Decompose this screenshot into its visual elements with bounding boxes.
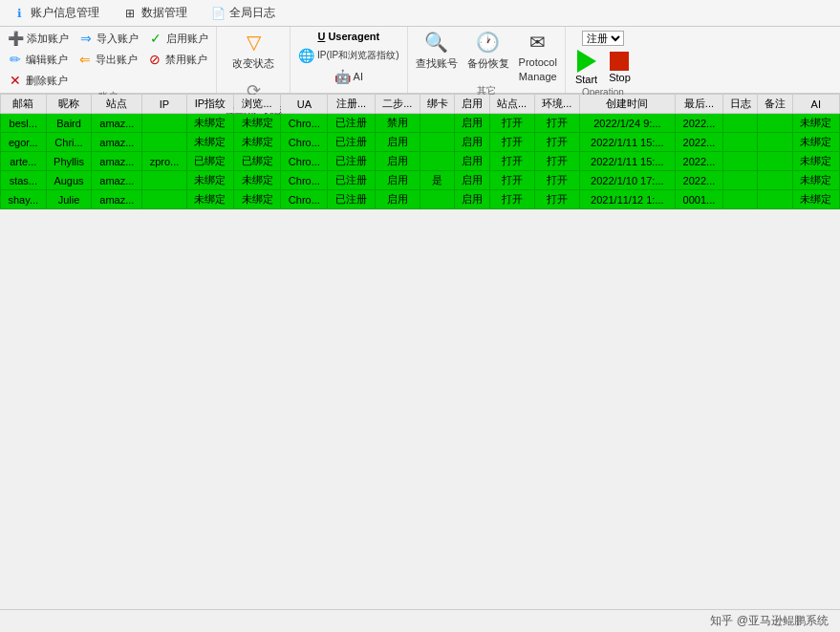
table-cell: 启用 <box>455 190 489 209</box>
table-cell: amaz... <box>92 133 142 152</box>
table-row[interactable]: shay...Julieamaz...未绑定未绑定Chro...已注册启用启用打… <box>1 190 840 209</box>
edit-account-label: 编辑账户 <box>26 53 68 67</box>
protocol-manage-button[interactable]: ✉ Protocol Manage <box>515 29 561 84</box>
table-cell <box>758 114 792 133</box>
table-cell: amaz... <box>92 152 142 171</box>
ip-browser-button[interactable]: 🌐 IP(IP和浏览器指纹) <box>294 46 403 65</box>
table-cell: Chro... <box>281 190 328 209</box>
table-cell: 已注册 <box>328 133 375 152</box>
table-cell <box>722 152 757 171</box>
nav-account-mgmt[interactable]: ℹ 账户信息管理 <box>8 3 103 23</box>
col-register: 注册... <box>328 95 375 114</box>
export-account-button[interactable]: ⇐ 导出账户 <box>74 50 141 69</box>
operation-dropdown[interactable]: 注册 登录 其他 <box>582 31 624 46</box>
table-cell: 未绑定 <box>233 190 280 209</box>
col-create-time: 创建时间 <box>579 95 675 114</box>
table-cell: 启用 <box>375 152 420 171</box>
table-cell: 未绑定 <box>186 171 233 190</box>
table-cell <box>420 133 454 152</box>
table-cell: 2022... <box>675 171 722 190</box>
export-icon: ⇐ <box>77 52 93 67</box>
table-cell <box>722 114 757 133</box>
table-cell: arte... <box>1 152 47 171</box>
table-cell: 已注册 <box>328 171 375 190</box>
table-cell: 未绑定 <box>186 190 233 209</box>
backup-restore-label: 备份恢复 <box>467 56 509 71</box>
enable-account-button[interactable]: ✓ 启用账户 <box>144 29 212 48</box>
bottom-bar-text: 知乎 @亚马逊鲲鹏系统 <box>710 613 829 629</box>
table-cell: 打开 <box>534 152 579 171</box>
table-cell: 2022/1/10 17:... <box>579 171 675 190</box>
table-body: besl...Bairdamaz...未绑定未绑定Chro...已注册禁用启用打… <box>1 114 840 209</box>
import-account-button[interactable]: ⇒ 导入账户 <box>75 29 142 48</box>
table-cell: 是 <box>420 171 454 190</box>
table-cell: 启用 <box>455 171 489 190</box>
ai-button[interactable]: 🤖 AI <box>294 67 403 86</box>
table-cell: 2022/1/24 9:... <box>579 114 675 133</box>
table-cell: Chro... <box>281 152 328 171</box>
table-cell: Chro... <box>281 171 328 190</box>
table-cell: Chri... <box>46 133 92 152</box>
col-ip-fingerprint: IP指纹 <box>186 95 233 114</box>
table-row[interactable]: arte...Phyllisamaz...zpro...已绑定已绑定Chro..… <box>1 152 840 171</box>
table-row[interactable]: stas...Augusamaz...未绑定未绑定Chro...已注册启用是启用… <box>1 171 840 190</box>
table-row[interactable]: besl...Bairdamaz...未绑定未绑定Chro...已注册禁用启用打… <box>1 114 840 133</box>
stop-button[interactable]: Stop <box>605 50 635 85</box>
search-account-button[interactable]: 🔍 查找账号 <box>412 29 462 84</box>
nav-data-mgmt[interactable]: ⊞ 数据管理 <box>118 3 191 23</box>
disable-account-label: 禁用账户 <box>165 53 207 67</box>
table-cell <box>420 114 454 133</box>
search-account-label: 查找账号 <box>416 56 458 71</box>
start-button[interactable]: Start <box>571 48 601 87</box>
account-table-container[interactable]: 邮箱 昵称 站点 IP IP指纹 浏览... UA 注册... 二步... 绑卡… <box>0 94 840 628</box>
change-status-button[interactable]: ▽ 改变状态 <box>221 29 286 73</box>
col-nickname: 昵称 <box>46 95 92 114</box>
col-two-step: 二步... <box>375 95 420 114</box>
add-account-button[interactable]: ➕ 添加账户 <box>4 29 73 48</box>
backup-restore-button[interactable]: 🕐 备份恢复 <box>463 29 513 84</box>
table-cell <box>142 133 186 152</box>
table-cell <box>142 171 186 190</box>
nav-global-log[interactable]: 📄 全局日志 <box>206 3 279 23</box>
ai-label: AI <box>354 71 363 82</box>
export-account-label: 导出账户 <box>96 53 138 67</box>
col-env-status: 环境... <box>534 95 579 114</box>
delete-icon: ✕ <box>8 73 23 88</box>
table-cell <box>722 171 757 190</box>
table-cell: 启用 <box>455 114 489 133</box>
table-cell: 打开 <box>534 133 579 152</box>
table-row[interactable]: egor...Chri...amaz...未绑定未绑定Chro...已注册启用启… <box>1 133 840 152</box>
col-email: 邮箱 <box>1 95 47 114</box>
table-cell: 打开 <box>489 133 534 152</box>
toolbar-row-2: ✏ 编辑账户 ⇐ 导出账户 ⊘ 禁用账户 <box>4 50 212 69</box>
table-cell: 打开 <box>489 152 534 171</box>
doc-icon: 📄 <box>210 6 226 21</box>
col-remark: 备注 <box>758 95 792 114</box>
table-cell: 启用 <box>455 152 489 171</box>
table-cell: 2021/11/12 1:... <box>579 190 675 209</box>
ua-title-rest: Useragent <box>325 31 379 42</box>
delete-account-button[interactable]: ✕ 删除账户 <box>4 71 72 90</box>
toolbar-account-section: ➕ 添加账户 ⇒ 导入账户 ✓ 启用账户 ✏ 编辑账户 ⇐ <box>0 27 217 93</box>
table-cell: 2022/1/11 15:... <box>579 152 675 171</box>
operation-buttons: Start Stop <box>571 48 635 87</box>
toolbar-row-1: ➕ 添加账户 ⇒ 导入账户 ✓ 启用账户 <box>4 29 212 48</box>
table-cell: 已注册 <box>328 114 375 133</box>
table-cell: 未绑定 <box>233 171 280 190</box>
table-cell: shay... <box>1 190 47 209</box>
table-cell: 打开 <box>489 171 534 190</box>
table-cell: 已绑定 <box>233 152 280 171</box>
table-cell <box>758 190 792 209</box>
stop-label: Stop <box>609 72 631 83</box>
table-cell: 打开 <box>489 114 534 133</box>
table-cell: 打开 <box>534 171 579 190</box>
operation-dropdown-wrap[interactable]: 注册 登录 其他 <box>580 29 626 48</box>
table-cell: 2022... <box>675 133 722 152</box>
edit-account-button[interactable]: ✏ 编辑账户 <box>4 50 72 69</box>
disable-account-button[interactable]: ⊘ 禁用账户 <box>143 50 211 69</box>
table-cell <box>758 171 792 190</box>
table-cell: 未绑定 <box>792 152 839 171</box>
table-cell: Chro... <box>281 133 328 152</box>
table-cell: egor... <box>1 133 47 152</box>
top-nav: ℹ 账户信息管理 ⊞ 数据管理 📄 全局日志 <box>0 0 840 27</box>
